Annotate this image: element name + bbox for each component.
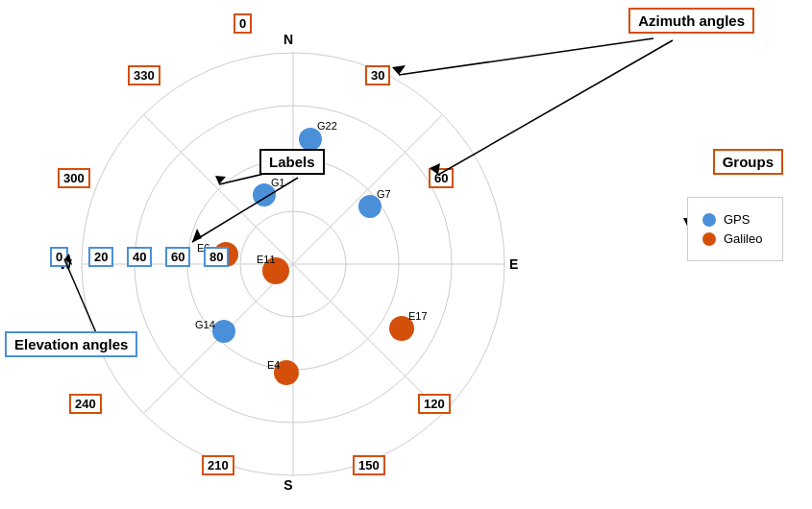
label-G1: G1 [271,177,285,188]
elevation-40: 40 [127,247,152,267]
elevation-20: 20 [88,247,113,267]
label-G14: G14 [195,319,215,330]
legend-galileo-dot [702,232,716,246]
legend: GPS Galileo [687,197,783,261]
azimuth-300: 300 [58,168,90,188]
legend-item-galileo: Galileo [702,231,768,246]
labels-annotation-box: Labels [259,149,325,175]
azimuth-0: 0 [234,13,252,34]
label-E4: E4 [267,359,280,371]
label-E11: E11 [257,254,276,265]
legend-galileo-label: Galileo [724,231,762,246]
label-E17: E17 [408,310,428,322]
azimuth-30: 30 [365,65,390,85]
azimuth-330: 330 [128,65,160,85]
azimuth-60: 60 [429,168,454,188]
legend-gps-label: GPS [724,212,750,227]
elevation-60: 60 [165,247,190,267]
label-G7: G7 [377,188,391,200]
satellite-G14 [212,320,235,343]
compass-E: E [509,256,518,272]
azimuth-120: 120 [418,394,451,414]
compass-N: N [283,32,293,47]
azimuth-150: 150 [353,455,385,475]
polar-chart: N E S W G22 G1 G7 G14 E6 E11 E17 E4 [48,10,557,499]
azimuth-annotation-box: Azimuth angles [628,8,754,34]
groups-annotation-box: Groups [713,149,783,175]
label-G22: G22 [317,120,337,132]
legend-gps-dot [702,213,716,227]
legend-item-gps: GPS [702,212,768,227]
azimuth-210: 210 [202,455,234,475]
elevation-80: 80 [204,247,229,267]
azimuth-240: 240 [69,394,102,414]
elevation-annotation-box: Elevation angles [5,331,137,357]
compass-S: S [283,477,292,493]
elevation-0: 0 [50,247,68,267]
